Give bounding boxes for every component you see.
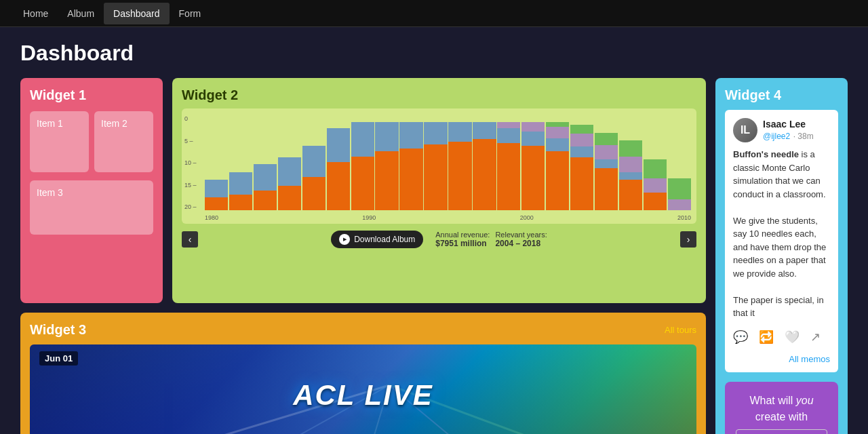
bar-orange-7 bbox=[351, 157, 374, 210]
years-value: 2004 – 2018 bbox=[495, 239, 547, 248]
bar-blue-7 bbox=[351, 122, 374, 157]
bar-purple-20 bbox=[668, 199, 691, 210]
download-album-button[interactable]: Download Album bbox=[331, 231, 423, 248]
tweet-reply-button[interactable]: 💬 bbox=[733, 330, 748, 344]
bar-blue-15 bbox=[546, 138, 569, 151]
tweet-handle[interactable]: @ijlee2 bbox=[763, 132, 790, 141]
chart-y-labels: 20 – 15 – 10 – 5 – 0 bbox=[184, 115, 197, 210]
carousel-next-button[interactable]: › bbox=[680, 231, 696, 248]
bar-blue-16 bbox=[570, 146, 593, 157]
bar-orange-15 bbox=[546, 151, 569, 210]
y-label-15: 15 – bbox=[184, 182, 197, 189]
widget1-item2: Item 2 bbox=[94, 111, 153, 172]
page-title: Dashboard bbox=[20, 41, 848, 66]
main-nav: Home Album Dashboard Form bbox=[0, 0, 868, 27]
tweet-time: · 38m bbox=[793, 132, 814, 141]
bar-green-17 bbox=[595, 133, 618, 145]
bar-purple-18 bbox=[619, 157, 642, 172]
nav-album[interactable]: Album bbox=[58, 3, 104, 24]
bar-blue-17 bbox=[595, 159, 618, 168]
bar-group-8 bbox=[375, 122, 398, 210]
revenue-info: Annual revenue: $7951 million bbox=[435, 231, 490, 248]
bar-orange-4 bbox=[278, 186, 301, 210]
bar-green-15 bbox=[546, 122, 569, 127]
widget-4: Widget 4 IL Isaac Lee @ijlee2 · 38m Buff… bbox=[715, 78, 848, 434]
widget-5-cta: What will you create with ember-containe… bbox=[725, 382, 838, 435]
y-label-0: 0 bbox=[184, 115, 197, 122]
bar-group-12 bbox=[473, 122, 496, 210]
bar-group-18 bbox=[619, 122, 642, 210]
widget-2: Widget 2 20 – 15 – 10 – 5 – 0 bbox=[172, 78, 706, 303]
bar-purple-17 bbox=[595, 145, 618, 159]
bar-blue-12 bbox=[473, 122, 496, 139]
bar-blue-4 bbox=[278, 157, 301, 186]
cta-italic: you bbox=[796, 395, 814, 406]
bar-group-5 bbox=[302, 122, 326, 210]
nav-home[interactable]: Home bbox=[14, 3, 58, 24]
bar-purple-14 bbox=[521, 122, 545, 132]
widget1-item3: Item 3 bbox=[30, 180, 153, 235]
bar-orange-18 bbox=[619, 180, 642, 211]
cta-text-part2: create with bbox=[755, 411, 808, 422]
tweet-text-3: The paper is special, in that it bbox=[733, 295, 824, 319]
bar-blue-11 bbox=[448, 122, 471, 142]
bar-group-3 bbox=[254, 122, 277, 210]
bar-chart bbox=[205, 122, 691, 210]
main-content: Dashboard Widget 1 Item 1 Item 2 Item 3 … bbox=[0, 27, 868, 434]
bar-green-20 bbox=[668, 178, 691, 199]
nav-form[interactable]: Form bbox=[170, 3, 211, 24]
x-label-2000: 2000 bbox=[520, 214, 534, 221]
play-icon bbox=[339, 234, 350, 245]
bar-group-17 bbox=[595, 122, 618, 210]
tweet-retweet-button[interactable]: 🔁 bbox=[759, 330, 774, 344]
tweet-like-button[interactable]: 🤍 bbox=[785, 330, 800, 344]
all-tours-link[interactable]: All tours bbox=[665, 325, 696, 335]
nav-dashboard[interactable]: Dashboard bbox=[104, 3, 170, 24]
x-label-1980: 1980 bbox=[205, 214, 218, 221]
dashboard-grid: Widget 1 Item 1 Item 2 Item 3 Widget 2 2… bbox=[20, 78, 848, 434]
bar-purple-13 bbox=[497, 122, 520, 128]
widget-3: Widget 3 All tours Jun 01 ACL LIVE bbox=[20, 313, 706, 434]
bar-blue-9 bbox=[399, 122, 422, 149]
tweet-actions: 💬 🔁 🤍 ↗ bbox=[733, 330, 830, 344]
bar-orange-19 bbox=[644, 193, 667, 210]
tweet-user-name: Isaac Lee bbox=[763, 119, 814, 130]
bar-orange-17 bbox=[595, 168, 618, 210]
widget3-title: Widget 3 bbox=[30, 322, 86, 338]
widget1-items: Item 1 Item 2 Item 3 bbox=[30, 111, 153, 235]
bar-orange-3 bbox=[254, 191, 277, 210]
bar-green-19 bbox=[644, 159, 667, 179]
bar-orange-12 bbox=[473, 139, 496, 210]
widget2-footer: ‹ Download Album Annual revenue: $7951 m… bbox=[182, 231, 696, 248]
bar-group-9 bbox=[399, 122, 422, 210]
bar-group-13 bbox=[497, 122, 520, 210]
widget-1: Widget 1 Item 1 Item 2 Item 3 bbox=[20, 78, 163, 303]
tweet-header: IL Isaac Lee @ijlee2 · 38m bbox=[733, 118, 830, 142]
bar-group-16 bbox=[570, 122, 593, 210]
tweet-share-button[interactable]: ↗ bbox=[810, 330, 821, 344]
carousel-prev-button[interactable]: ‹ bbox=[182, 231, 198, 248]
widget1-title: Widget 1 bbox=[30, 87, 153, 103]
bar-group-7 bbox=[351, 122, 374, 210]
concert-title: ACL LIVE bbox=[293, 379, 433, 412]
bar-group-1 bbox=[205, 122, 228, 210]
all-memos-link[interactable]: All memos bbox=[733, 354, 830, 364]
avatar: IL bbox=[733, 118, 757, 142]
bar-group-4 bbox=[278, 122, 301, 210]
cta-text-part1: What will bbox=[749, 395, 795, 406]
x-label-2010: 2010 bbox=[677, 214, 691, 221]
tweet-user-info: Isaac Lee @ijlee2 · 38m bbox=[763, 119, 814, 142]
bar-orange-2 bbox=[229, 195, 252, 210]
bar-purple-16 bbox=[570, 134, 593, 147]
bar-group-15 bbox=[546, 122, 569, 210]
tweet-text-2: We give the students, say 10 needles eac… bbox=[733, 216, 826, 279]
cta-code-block: ember-container-query bbox=[736, 429, 827, 435]
widget2-title: Widget 2 bbox=[182, 87, 696, 103]
bar-group-6 bbox=[327, 122, 350, 210]
bar-group-11 bbox=[448, 122, 471, 210]
y-label-10: 10 – bbox=[184, 159, 197, 166]
widget2-footer-left: Download Album Annual revenue: $7951 mil… bbox=[331, 231, 547, 248]
concert-banner: Jun 01 ACL LIVE bbox=[30, 344, 696, 434]
widget4-title: Widget 4 bbox=[725, 87, 838, 103]
bar-group-14 bbox=[521, 122, 545, 210]
